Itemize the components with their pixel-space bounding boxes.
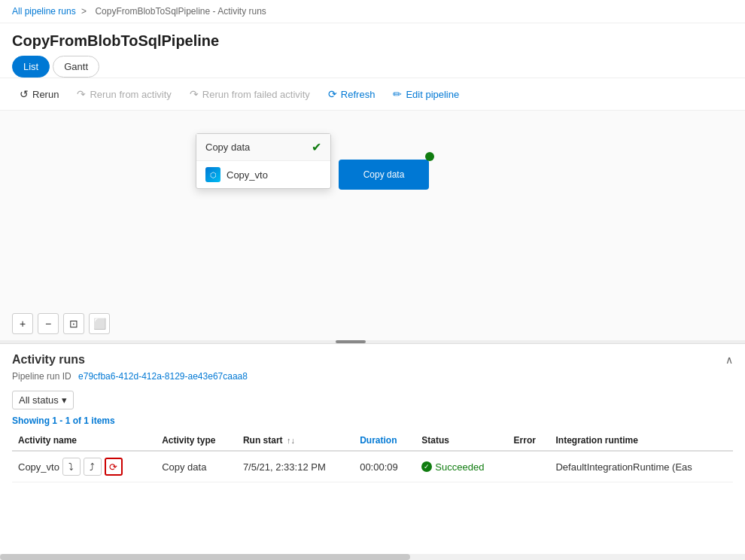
fit-button[interactable]: ⊡ xyxy=(63,313,84,334)
activity-name-text: Copy_vto xyxy=(18,461,59,473)
chevron-down-icon: ▾ xyxy=(62,394,67,406)
dropdown-header: Copy data ✔ xyxy=(196,134,330,161)
dropdown-item-label: Copy_vto xyxy=(227,169,268,181)
bottom-scrollbar[interactable] xyxy=(0,554,745,560)
pipeline-run-id-label: Pipeline run ID xyxy=(12,371,71,382)
rerun-from-activity-label: Rerun from activity xyxy=(90,89,171,100)
showing-text: Showing 1 - 1 of 1 items xyxy=(12,412,733,431)
showing-count: Showing 1 - 1 of 1 items xyxy=(12,415,115,426)
cell-duration: 00:00:09 xyxy=(354,451,415,482)
col-activity-name: Activity name xyxy=(12,431,156,451)
breadcrumb: All pipeline runs > CopyFromBlobToSqlPip… xyxy=(0,0,745,23)
breadcrumb-all-pipelines[interactable]: All pipeline runs xyxy=(12,6,76,17)
col-duration: Duration xyxy=(354,431,415,451)
canvas-node[interactable]: Copy data xyxy=(339,160,429,190)
canvas-area: Copy data ✔ ⬡ Copy_vto Copy data + − ⊡ ⬜ xyxy=(0,111,745,344)
col-status: Status xyxy=(415,431,507,451)
rerun-from-activity-button[interactable]: ↷ Rerun from activity xyxy=(69,84,178,104)
edit-icon: ✏ xyxy=(393,88,402,100)
cell-activity-name: Copy_vto ⤵ ⤴ ⟳ xyxy=(12,451,156,482)
collapse-button[interactable]: ∧ xyxy=(725,354,733,366)
dropdown-header-label: Copy data xyxy=(205,142,250,153)
filter-row: All status ▾ xyxy=(12,388,733,412)
cell-integration-runtime: DefaultIntegrationRuntime (Eas xyxy=(549,451,733,482)
action-icon-input[interactable]: ⤵ xyxy=(62,458,81,476)
table-row: Copy_vto ⤵ ⤴ ⟳ Copy data 7/5/21, 2:33:12… xyxy=(12,451,733,482)
tab-gantt[interactable]: Gantt xyxy=(53,56,99,78)
horizontal-scroll[interactable] xyxy=(0,340,745,343)
edit-pipeline-label: Edit pipeline xyxy=(406,89,459,100)
status-filter-label: All status xyxy=(19,394,59,406)
action-icon-details[interactable]: ⟳ xyxy=(105,458,123,476)
action-icon-output[interactable]: ⤴ xyxy=(84,458,102,476)
bottom-scroll-thumb xyxy=(0,554,410,560)
action-icons: ⤵ ⤴ ⟳ xyxy=(62,458,123,476)
refresh-icon: ⟳ xyxy=(328,88,337,100)
fit-icon: ⊡ xyxy=(69,318,78,330)
zoom-out-button[interactable]: − xyxy=(38,313,59,334)
section-title: Activity runs xyxy=(12,353,85,367)
cell-status: ✓ Succeeded xyxy=(415,451,507,482)
cell-run-start: 7/5/21, 2:33:12 PM xyxy=(237,451,354,482)
activity-runs-section: Activity runs ∧ Pipeline run ID e79cfba6… xyxy=(0,344,745,482)
edit-pipeline-button[interactable]: ✏ Edit pipeline xyxy=(385,84,467,104)
refresh-label: Refresh xyxy=(341,89,376,100)
rerun-label: Rerun xyxy=(32,89,59,100)
scroll-thumb xyxy=(336,340,366,343)
section-header: Activity runs ∧ xyxy=(12,344,733,370)
status-filter[interactable]: All status ▾ xyxy=(12,391,74,409)
rerun-from-activity-icon: ↷ xyxy=(77,88,86,100)
col-run-start-label: Run start xyxy=(243,435,283,446)
pipeline-run-id-row: Pipeline run ID e79cfba6-412d-412a-8129-… xyxy=(12,370,733,388)
refresh-button[interactable]: ⟳ Refresh xyxy=(321,84,383,104)
tab-list[interactable]: List xyxy=(12,56,50,78)
dropdown-item[interactable]: ⬡ Copy_vto xyxy=(196,161,330,188)
rerun-from-failed-button[interactable]: ↷ Rerun from failed activity xyxy=(182,84,318,104)
page-title: CopyFromBlobToSqlPipeline xyxy=(0,23,745,56)
status-text: Succeeded xyxy=(435,461,484,473)
col-run-start[interactable]: Run start ↑↓ xyxy=(237,431,354,451)
db-icon: ⬡ xyxy=(205,167,220,182)
breadcrumb-separator: > xyxy=(81,6,87,17)
col-error: Error xyxy=(508,431,550,451)
col-activity-type: Activity type xyxy=(156,431,237,451)
toolbar: ↺ Rerun ↷ Rerun from activity ↷ Rerun fr… xyxy=(0,78,745,111)
status-dot: ✓ xyxy=(421,461,432,472)
pipeline-run-id-value: e79cfba6-412d-412a-8129-ae43e67caaa8 xyxy=(78,371,248,382)
canvas-node-label: Copy data xyxy=(363,169,405,180)
zoom-in-button[interactable]: + xyxy=(12,313,33,334)
cell-error xyxy=(508,451,550,482)
rerun-button[interactable]: ↺ Rerun xyxy=(12,84,66,104)
status-badge: ✓ Succeeded xyxy=(421,461,501,473)
check-icon: ✔ xyxy=(312,140,321,154)
sort-icon: ↑↓ xyxy=(287,436,295,445)
rerun-from-failed-icon: ↷ xyxy=(190,88,199,100)
breadcrumb-current: CopyFromBlobToSqlPipeline - Activity run… xyxy=(95,6,266,17)
col-integration-runtime: Integration runtime xyxy=(549,431,733,451)
dropdown-popup: Copy data ✔ ⬡ Copy_vto xyxy=(196,133,331,189)
canvas-node-success xyxy=(425,152,434,161)
reset-button[interactable]: ⬜ xyxy=(89,313,110,334)
canvas-toolbar: + − ⊡ ⬜ xyxy=(12,313,110,334)
rerun-from-failed-label: Rerun from failed activity xyxy=(202,89,310,100)
reset-icon: ⬜ xyxy=(93,318,106,330)
cell-activity-type: Copy data xyxy=(156,451,237,482)
rerun-icon: ↺ xyxy=(20,88,29,100)
tabs-bar: List Gantt xyxy=(0,56,745,78)
activity-table: Activity name Activity type Run start ↑↓… xyxy=(12,431,733,482)
